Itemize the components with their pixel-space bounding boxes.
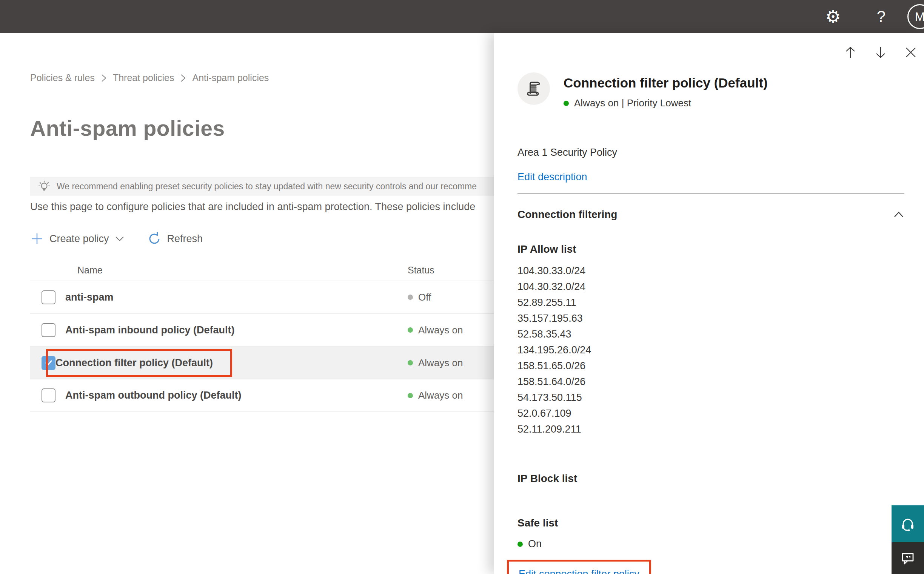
create-policy-button[interactable]: Create policy [30, 232, 125, 246]
help-icon[interactable]: ? [877, 8, 886, 26]
ip-entry: 104.30.32.0/24 [517, 279, 904, 295]
feedback-button[interactable] [892, 542, 924, 574]
table-row[interactable]: anti-spam Off [30, 281, 494, 314]
status-dot-on [408, 327, 413, 333]
status-label: Always on [418, 357, 463, 369]
account-avatar[interactable]: M [907, 4, 924, 29]
ip-entry: 52.58.35.43 [517, 326, 904, 342]
ip-entry: 158.51.64.0/26 [517, 374, 904, 390]
policy-name[interactable]: anti-spam [65, 292, 114, 303]
refresh-icon [147, 232, 161, 246]
column-header-status[interactable]: Status [408, 265, 434, 276]
gear-icon[interactable]: ⚙︎ [825, 8, 840, 25]
banner-text: We recommend enabling preset security po… [57, 181, 477, 192]
status-dot-on [408, 360, 413, 366]
breadcrumb: Policies & rules Threat policies Anti-sp… [30, 73, 494, 84]
status-cell: Always on [408, 390, 463, 401]
ip-entry: 54.173.50.115 [517, 390, 904, 405]
avatar-initial: M [915, 10, 924, 24]
flyout-header: Connection filter policy (Default) Alway… [517, 73, 904, 109]
status-cell: Always on [408, 357, 463, 369]
corner-buttons [892, 505, 924, 574]
ip-entry: 35.157.195.63 [517, 311, 904, 326]
arrow-up-icon[interactable] [844, 46, 857, 59]
lightbulb-icon [38, 180, 51, 193]
policy-details-flyout: Connection filter policy (Default) Alway… [494, 33, 924, 574]
row-checkbox[interactable] [41, 290, 55, 304]
ip-block-list-title: IP Block list [517, 473, 904, 485]
screen: ⚙︎ ? M Policies & rules Threat policies … [0, 0, 924, 574]
toolbar: Create policy Refresh [30, 232, 494, 246]
chevron-right-icon [180, 73, 186, 83]
flyout-title-block: Connection filter policy (Default) Alway… [563, 73, 768, 109]
policy-name[interactable]: Anti-spam outbound policy (Default) [65, 390, 241, 401]
status-cell: Always on [408, 324, 463, 336]
ip-entry: 158.51.65.0/26 [517, 358, 904, 374]
table-row-selected[interactable]: Connection filter policy (Default) Alway… [30, 346, 494, 379]
table-row[interactable]: Anti-spam outbound policy (Default) Alwa… [30, 379, 494, 412]
ip-entry: 134.195.26.0/24 [517, 342, 904, 358]
policy-name[interactable]: Connection filter policy (Default) [55, 357, 213, 369]
flyout-status-text: Always on | Priority Lowest [574, 97, 691, 109]
page-title: Anti-spam policies [30, 116, 494, 141]
status-label: Always on [418, 324, 463, 336]
policy-name[interactable]: Anti-spam inbound policy (Default) [65, 324, 234, 336]
ip-allow-list: 104.30.33.0/24 104.30.32.0/24 52.89.255.… [517, 263, 904, 437]
breadcrumb-anti-spam-policies[interactable]: Anti-spam policies [192, 73, 269, 84]
table-row[interactable]: Anti-spam inbound policy (Default) Alway… [30, 314, 494, 346]
close-icon[interactable] [904, 46, 917, 59]
ip-entry: 52.89.255.11 [517, 295, 904, 311]
main-content: Policies & rules Threat policies Anti-sp… [0, 33, 494, 574]
flyout-nav [844, 46, 917, 59]
safe-list-status: On [517, 538, 904, 550]
status-cell: Off [408, 292, 431, 303]
divider [517, 194, 904, 194]
annotation-highlight-box: Edit connection filter policy [507, 560, 651, 574]
top-app-bar: ⚙︎ ? M [0, 0, 924, 33]
arrow-down-icon[interactable] [874, 46, 887, 59]
status-dot-off [408, 295, 413, 300]
status-dot-on [408, 393, 413, 398]
create-policy-label: Create policy [49, 233, 109, 245]
chevron-up-icon[interactable] [893, 211, 904, 218]
headset-icon [899, 515, 916, 533]
support-button[interactable] [892, 505, 924, 542]
page-description: Use this page to configure policies that… [30, 201, 494, 213]
status-dot-on [517, 542, 523, 547]
ip-allow-list-title: IP Allow list [517, 243, 904, 255]
annotation-highlight-box: Connection filter policy (Default) [46, 349, 232, 377]
column-header-name[interactable]: Name [78, 265, 103, 276]
safe-list-status-label: On [528, 538, 542, 550]
status-label: Off [418, 292, 431, 303]
row-checkbox[interactable] [41, 323, 55, 337]
table-header: Name Status [30, 261, 494, 281]
row-checkbox[interactable] [41, 388, 55, 402]
recommendation-banner: We recommend enabling preset security po… [30, 177, 494, 196]
chevron-right-icon [101, 73, 107, 83]
policy-description: Area 1 Security Policy [517, 147, 904, 158]
edit-description-link[interactable]: Edit description [517, 171, 904, 183]
chevron-down-icon [115, 235, 125, 242]
flyout-title: Connection filter policy (Default) [563, 76, 768, 90]
status-label: Always on [418, 390, 463, 401]
status-dot-on [563, 101, 569, 106]
safe-list-title: Safe list [517, 517, 904, 529]
policy-table: Name Status anti-spam Off Anti-spam inbo… [30, 261, 494, 412]
flyout-status: Always on | Priority Lowest [563, 97, 768, 109]
ip-entry: 104.30.33.0/24 [517, 263, 904, 279]
refresh-label: Refresh [167, 233, 203, 245]
edit-connection-filter-policy-link[interactable]: Edit connection filter policy [519, 568, 639, 574]
refresh-button[interactable]: Refresh [147, 232, 203, 246]
plus-icon [30, 232, 44, 246]
policy-scroll-icon [517, 73, 550, 105]
section-title: Connection filtering [517, 208, 617, 221]
ip-entry: 52.11.209.211 [517, 421, 904, 437]
ip-entry: 52.0.67.109 [517, 405, 904, 421]
feedback-bubble-icon [900, 550, 916, 566]
breadcrumb-threat-policies[interactable]: Threat policies [113, 73, 174, 84]
breadcrumb-policies-rules[interactable]: Policies & rules [30, 73, 95, 84]
connection-filtering-section-toggle[interactable]: Connection filtering [517, 208, 904, 221]
